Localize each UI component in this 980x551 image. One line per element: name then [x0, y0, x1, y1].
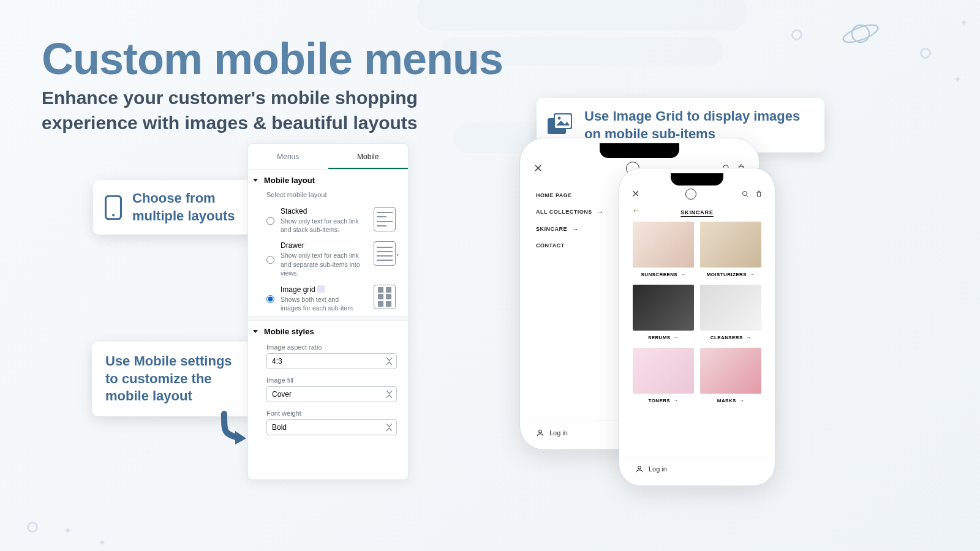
drawer-thumb-icon: › — [374, 241, 396, 266]
logo-icon — [685, 189, 696, 200]
select-fill[interactable]: Cover — [266, 386, 397, 402]
callout-layouts: Choose from multiple layouts — [93, 180, 252, 234]
cart-icon[interactable] — [755, 190, 763, 198]
grid-cell[interactable]: TONERS→ — [633, 348, 694, 405]
svg-point-10 — [539, 430, 542, 433]
stacked-thumb-icon — [374, 207, 396, 231]
circle-icon — [791, 29, 802, 40]
section-mobile-styles[interactable]: Mobile styles — [248, 321, 408, 339]
grid-cell[interactable]: MOISTURIZERS→ — [700, 222, 761, 279]
arrow-icon — [219, 409, 250, 446]
grid-cell[interactable]: MASKS→ — [700, 348, 761, 405]
radio-stacked[interactable] — [266, 208, 274, 234]
page-subtitle: Enhance your customer's mobile shopping … — [42, 86, 434, 135]
image-grid-icon — [548, 113, 575, 138]
grid-cell[interactable]: CLEANSERS→ — [700, 285, 761, 342]
option-stacked[interactable]: Stacked Show only text for each link and… — [248, 203, 408, 238]
phone-grid-mock: ✕ ← SKINCARE SUNSCREENS→MOISTURIZERS→SER… — [619, 168, 775, 486]
tab-mobile[interactable]: Mobile — [328, 144, 409, 169]
section-mobile-layout[interactable]: Mobile layout — [248, 170, 408, 187]
option-image-grid[interactable]: Image grid Shows both text and images fo… — [248, 281, 408, 316]
chevron-down-icon — [253, 330, 258, 333]
label-fill: Image fill — [248, 372, 408, 386]
svg-point-3 — [112, 214, 115, 216]
select-aspect[interactable]: 4:3 — [266, 353, 397, 369]
svg-point-7 — [558, 116, 561, 119]
close-icon[interactable]: ✕ — [533, 162, 543, 175]
option-drawer[interactable]: Drawer Show only text for each link and … — [248, 238, 408, 281]
settings-panel: Menus Mobile Mobile layout Select mobile… — [247, 143, 409, 480]
chevron-down-icon — [253, 179, 258, 182]
circle-icon — [920, 48, 931, 59]
user-icon — [536, 429, 545, 437]
close-icon[interactable]: ✕ — [631, 188, 639, 200]
tab-menus[interactable]: Menus — [248, 144, 328, 169]
phone-icon — [104, 195, 123, 220]
grid-cell[interactable]: SUNSCREENS→ — [633, 222, 694, 279]
callout-text: Use Mobile settings to customize the mob… — [105, 353, 238, 405]
label-weight: Font weight — [248, 405, 408, 419]
radio-drawer[interactable] — [266, 242, 274, 277]
grid-thumb-icon — [374, 285, 396, 309]
grid-title: SKINCARE — [624, 203, 770, 218]
search-icon[interactable] — [742, 190, 749, 198]
callout-settings: Use Mobile settings to customize the mob… — [92, 342, 251, 416]
svg-rect-6 — [555, 114, 571, 128]
callout-text: Choose from multiple layouts — [132, 190, 238, 225]
svg-point-11 — [743, 191, 747, 195]
svg-point-13 — [638, 466, 641, 469]
circle-icon — [27, 522, 38, 533]
svg-line-12 — [747, 195, 748, 197]
login-link[interactable]: Log in — [649, 465, 667, 473]
page-title: Custom mobile menus — [42, 34, 503, 84]
label-select-layout: Select mobile layout — [248, 187, 408, 203]
planet-icon — [839, 18, 882, 49]
login-link[interactable]: Log in — [549, 429, 568, 437]
label-aspect: Image aspect ratio — [248, 339, 408, 353]
select-weight[interactable]: Bold — [266, 419, 397, 435]
grid-cell[interactable]: SERUMS→ — [633, 285, 694, 342]
radio-image-grid[interactable] — [266, 286, 274, 312]
user-icon — [635, 465, 644, 473]
pro-badge-icon — [317, 285, 325, 293]
back-arrow-icon[interactable]: ← — [631, 205, 641, 216]
